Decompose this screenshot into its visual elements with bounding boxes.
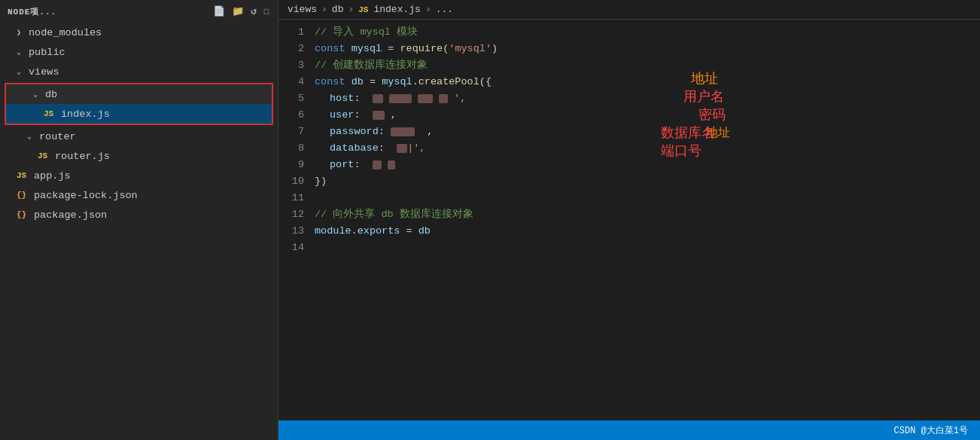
code-token: =: [364, 74, 382, 90]
folder-label: node_modules: [29, 27, 102, 38]
code-token: module: [315, 223, 352, 240]
sidebar-title: NODE项...: [8, 6, 56, 17]
sidebar-item-package-lock[interactable]: {} package-lock.json: [0, 185, 278, 205]
line-num-5: 5: [278, 90, 309, 107]
code-token: mysql: [352, 41, 382, 57]
line-num-2: 2: [278, 41, 309, 57]
line-num-14: 14: [278, 240, 309, 256]
sidebar-item-db[interactable]: ⌄ db: [6, 84, 272, 104]
code-line-3: // 创建数据库连接对象: [315, 57, 980, 74]
line-num-6: 6: [278, 107, 309, 124]
code-token: const: [315, 41, 345, 57]
line-num-11: 11: [278, 190, 309, 206]
code-token: =: [382, 41, 400, 57]
editor: views › db › JS index.js › ... 1 2 3 4 5…: [278, 0, 980, 440]
sidebar-item-views[interactable]: ⌄ views: [0, 62, 278, 81]
sidebar-item-app-js[interactable]: JS app.js: [0, 166, 278, 185]
line-num-7: 7: [278, 124, 309, 140]
sidebar-header: NODE项... 📄 📁 ↺ ☐: [0, 0, 278, 23]
new-file-icon[interactable]: 📄: [213, 5, 226, 17]
code-token: .: [352, 223, 358, 240]
annotation-duankou: 端口号: [661, 143, 702, 160]
line-num-10: 10: [278, 173, 309, 190]
code-token: [315, 240, 321, 256]
code-token: [315, 190, 321, 206]
file-label: app.js: [34, 170, 71, 182]
chevron-down-icon: ⌄: [17, 67, 29, 76]
red-box-container: ⌄ db JS index.js: [5, 83, 273, 125]
code-token: // 导入 mysql 模块: [315, 24, 418, 41]
breadcrumb-indexjs: index.js: [373, 4, 420, 15]
line-num-3: 3: [278, 57, 309, 74]
js-icon: JS: [17, 171, 30, 180]
chevron-down-icon: ⌄: [27, 132, 39, 141]
sidebar-item-router[interactable]: ⌄ router: [0, 127, 278, 146]
line-num-9: 9: [278, 157, 309, 173]
breadcrumb-ellipsis: ...: [436, 4, 453, 15]
line-num-13: 13: [278, 223, 309, 240]
breadcrumb: views › db › JS index.js › ...: [278, 0, 980, 20]
code-line-9: port :: [315, 157, 980, 173]
sidebar-item-index-js[interactable]: JS index.js: [6, 104, 272, 124]
code-line-2: const mysql = require ( 'mysql' ): [315, 41, 980, 57]
code-line-11: [315, 190, 980, 206]
code-token: 'mysql': [449, 41, 492, 57]
json-icon: {}: [17, 210, 30, 219]
code-token: database: [330, 140, 379, 157]
line-num-12: 12: [278, 206, 309, 223]
code-line-8: database : |',: [315, 140, 980, 157]
code-line-6: user : ,: [315, 107, 980, 124]
code-token: ,: [415, 124, 433, 140]
code-token: [383, 90, 389, 107]
code-line-5: host : ',: [315, 90, 980, 107]
annotation-shujuku: 数据库名: [661, 125, 715, 142]
folder-label: public: [29, 47, 65, 58]
code-token: // 向外共享 db 数据库连接对象: [315, 206, 473, 223]
code-line-14: [315, 240, 980, 256]
code-token: db: [418, 223, 431, 240]
refresh-icon[interactable]: ↺: [251, 5, 257, 17]
code-token: :: [354, 90, 372, 107]
code-token: require: [400, 41, 443, 57]
code-line-12: // 向外共享 db 数据库连接对象: [315, 206, 980, 223]
code-line-10: }): [315, 173, 980, 190]
chevron-down-icon: ⌄: [33, 90, 45, 99]
sidebar-header-icons: 📄 📁 ↺ ☐: [213, 5, 270, 17]
code-token: [433, 90, 439, 107]
code-token: createPool: [418, 74, 479, 90]
redacted-block: [418, 94, 433, 103]
line-num-4: 4: [278, 74, 309, 90]
breadcrumb-js-icon: JS: [358, 5, 368, 14]
code-token: :: [379, 140, 397, 157]
watermark: CSDN @大白菜1号: [894, 424, 968, 437]
redacted-block: [373, 111, 385, 120]
redacted-block: [388, 160, 395, 170]
annotation-yonghuming: 用户名: [683, 89, 724, 105]
code-token: port: [330, 157, 354, 173]
folder-label: views: [29, 66, 59, 78]
code-token: :: [354, 107, 372, 124]
sidebar-item-package-json[interactable]: {} package.json: [0, 205, 278, 225]
code-token: :: [379, 124, 391, 140]
code-lines[interactable]: // 导入 mysql 模块 const mysql = require ( '…: [315, 23, 980, 420]
code-token: .: [412, 74, 418, 90]
line-num-1: 1: [278, 24, 309, 41]
sidebar-item-router-js[interactable]: JS router.js: [0, 146, 278, 166]
sidebar-item-public[interactable]: ⌄ public: [0, 42, 278, 62]
code-token: user: [330, 107, 354, 124]
chevron-down-icon: ⌄: [17, 47, 29, 57]
code-token: =: [400, 223, 418, 240]
collapse-icon[interactable]: ☐: [263, 5, 270, 17]
code-token: const: [315, 74, 345, 90]
sidebar-item-node-modules[interactable]: ❯ node_modules: [0, 23, 278, 42]
new-folder-icon[interactable]: 📁: [232, 5, 245, 17]
code-token: ',: [448, 90, 466, 107]
code-token: [345, 41, 352, 57]
status-bar: CSDN @大白菜1号: [278, 420, 980, 440]
json-icon: {}: [17, 191, 30, 200]
code-token: :: [354, 157, 372, 173]
file-label: index.js: [61, 108, 110, 120]
file-label: router.js: [55, 151, 110, 162]
code-token: ): [492, 41, 498, 57]
breadcrumb-sep: ›: [425, 4, 431, 15]
